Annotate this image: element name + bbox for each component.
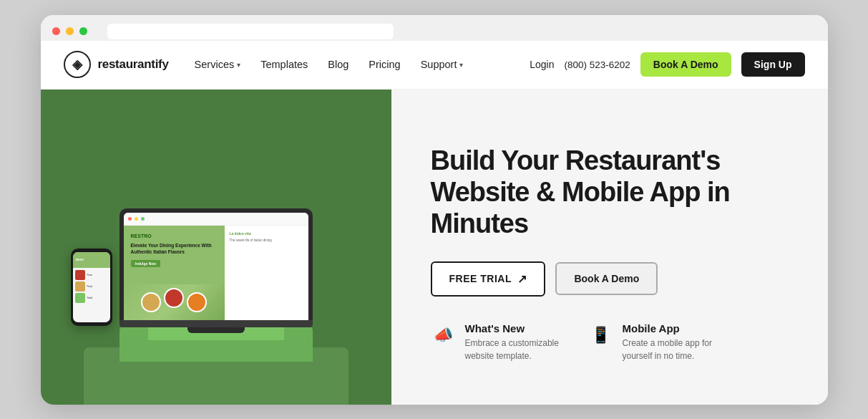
laptop-screen-outer: RESTRO Elevate Your Dining Experience Wi… xyxy=(120,208,313,320)
laptop-screen-header xyxy=(124,213,308,226)
browser-url-bar[interactable] xyxy=(107,24,394,39)
signup-button[interactable]: Sign Up xyxy=(741,52,805,77)
phone-mockup: MENU Pizza Pasta Salad xyxy=(71,249,112,326)
phone-header-text: MENU xyxy=(76,258,84,261)
logo-area[interactable]: ◈ restaurantify xyxy=(64,51,169,78)
screen-aside-text: The sweet life of Italian dining xyxy=(229,239,303,244)
browser-minimize-dot[interactable] xyxy=(66,27,74,35)
whats-new-text: What's New Embrace a customizable websit… xyxy=(465,322,565,362)
phone-item-text-3: Salad xyxy=(87,297,93,299)
phone-menu-item-3: Salad xyxy=(75,293,108,303)
nav-templates[interactable]: Templates xyxy=(260,59,308,70)
mobile-app-icon: 📱 xyxy=(588,322,614,348)
nav-services[interactable]: Services ▾ xyxy=(195,59,241,70)
feature-whats-new: 📣 What's New Embrace a customizable webs… xyxy=(431,322,565,362)
whats-new-title: What's New xyxy=(465,322,565,334)
nav-pricing[interactable]: Pricing xyxy=(369,59,400,70)
phone-menu-item: Pizza xyxy=(75,270,108,280)
browser-close-dot[interactable] xyxy=(52,27,60,35)
laptop-base xyxy=(120,320,313,327)
chevron-down-icon: ▾ xyxy=(459,61,463,69)
navbar: ◈ restaurantify Services ▾ Templates Blo… xyxy=(41,41,828,90)
nav-links: Services ▾ Templates Blog Pricing Suppor… xyxy=(195,59,530,70)
whats-new-desc: Embrace a customizable website template. xyxy=(465,337,565,362)
hero-cta-row: FREE TRIAL ↗ Book A Demo xyxy=(431,261,792,297)
screen-logo-text: RESTRO xyxy=(131,233,218,240)
nav-blog[interactable]: Blog xyxy=(328,59,348,70)
mobile-app-text: Mobile App Create a mobile app for yours… xyxy=(623,322,723,362)
logo-icon: ◈ xyxy=(64,51,91,78)
screen-dot-red xyxy=(128,217,132,221)
whats-new-icon: 📣 xyxy=(431,322,457,348)
food-circle-1 xyxy=(141,292,161,312)
phone-food-thumb-3 xyxy=(75,293,85,303)
login-button[interactable]: Login xyxy=(530,59,554,70)
feature-mobile-app: 📱 Mobile App Create a mobile app for you… xyxy=(588,322,723,362)
browser-window: ◈ restaurantify Services ▾ Templates Blo… xyxy=(41,15,828,405)
phone-number: (800) 523-6202 xyxy=(565,59,630,70)
phone-food-thumb-2 xyxy=(75,281,85,292)
phone-item-text-2: Pasta xyxy=(87,285,93,288)
phone-screen: MENU Pizza Pasta Salad xyxy=(73,252,110,322)
hero-headline: Build Your Restaurant's Website & Mobile… xyxy=(431,145,731,239)
phone-screen-header: MENU xyxy=(73,252,110,268)
food-circles xyxy=(141,292,207,312)
hero-content: Build Your Restaurant's Website & Mobile… xyxy=(391,90,828,405)
phone-menu-items: Pizza Pasta Salad xyxy=(73,268,110,307)
screen-cta-button: Indulge Now xyxy=(131,260,161,267)
phone-menu-item-2: Pasta xyxy=(75,281,108,292)
screen-aside-title: La dolce vita xyxy=(229,231,303,236)
mobile-app-desc: Create a mobile app for yourself in no t… xyxy=(623,337,723,362)
hero-features: 📣 What's New Embrace a customizable webs… xyxy=(431,322,792,362)
browser-maximize-dot[interactable] xyxy=(79,27,87,35)
screen-tagline-text: RESTRO Elevate Your Dining Experience Wi… xyxy=(131,233,218,256)
screen-left-panel: RESTRO Elevate Your Dining Experience Wi… xyxy=(124,226,225,320)
screen-right-panel: La dolce vita The sweet life of Italian … xyxy=(225,226,308,320)
browser-chrome xyxy=(41,15,828,41)
hero-image: RESTRO Elevate Your Dining Experience Wi… xyxy=(41,90,391,405)
food-circle-3 xyxy=(187,292,207,312)
screen-dot-green xyxy=(141,217,145,221)
phone-item-text-1: Pizza xyxy=(87,274,92,276)
phone-food-thumb-1 xyxy=(75,270,85,280)
book-demo-nav-button[interactable]: Book A Demo xyxy=(640,52,731,77)
laptop-mockup: RESTRO Elevate Your Dining Experience Wi… xyxy=(120,208,313,333)
screen-dot-yellow xyxy=(135,217,138,221)
logo-name: restaurantify xyxy=(98,57,169,72)
book-demo-hero-button[interactable]: Book A Demo xyxy=(555,262,658,295)
laptop-screen-content: RESTRO Elevate Your Dining Experience Wi… xyxy=(124,226,308,320)
chevron-down-icon: ▾ xyxy=(237,61,240,69)
laptop-screen-inner: RESTRO Elevate Your Dining Experience Wi… xyxy=(124,213,308,320)
food-circle-2 xyxy=(164,288,184,308)
free-trial-button[interactable]: FREE TRIAL ↗ xyxy=(431,261,546,297)
laptop-stand xyxy=(187,327,245,333)
screen-food-image xyxy=(124,284,225,320)
arrow-icon: ↗ xyxy=(517,272,527,286)
mobile-app-title: Mobile App xyxy=(623,322,723,334)
hero-section: RESTRO Elevate Your Dining Experience Wi… xyxy=(41,90,828,405)
nav-support[interactable]: Support ▾ xyxy=(421,59,464,70)
nav-right: Login (800) 523-6202 Book A Demo Sign Up xyxy=(530,52,804,77)
